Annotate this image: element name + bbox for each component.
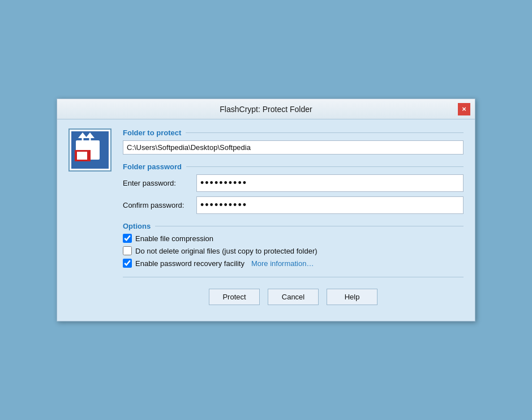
main-window: FlashCrypt: Protect Folder × <box>57 98 475 322</box>
enter-password-label: Enter password: <box>123 179 196 187</box>
section-divider <box>186 132 464 133</box>
logo-svg <box>70 130 110 170</box>
confirm-password-label: Confirm password: <box>123 201 196 209</box>
password-section-header: Folder password <box>123 162 464 171</box>
button-row: Protect Cancel Help <box>123 284 464 310</box>
section-divider <box>186 166 464 167</box>
enter-password-row: Enter password: <box>123 174 464 192</box>
no-delete-label: Do not delete original files (just copy … <box>135 247 318 255</box>
recovery-row: Enable password recovery facility More i… <box>123 259 464 268</box>
app-logo <box>68 128 111 172</box>
folder-section-header: Folder to protect <box>123 128 464 137</box>
cancel-button[interactable]: Cancel <box>268 289 319 305</box>
logo-area <box>68 128 114 310</box>
no-delete-row: Do not delete original files (just copy … <box>123 246 464 255</box>
window-title: FlashCrypt: Protect Folder <box>74 105 458 114</box>
form-area: Folder to protect Folder password Enter … <box>123 128 464 310</box>
enter-password-input[interactable] <box>196 174 464 192</box>
compression-row: Enable file compression <box>123 234 464 243</box>
compression-label: Enable file compression <box>135 234 213 243</box>
recovery-label: Enable password recovery facility <box>135 259 244 268</box>
help-button[interactable]: Help <box>327 289 377 305</box>
confirm-password-input[interactable] <box>196 196 464 214</box>
more-info-link[interactable]: More information… <box>251 259 314 268</box>
close-button[interactable]: × <box>458 103 470 115</box>
content-area: Folder to protect Folder password Enter … <box>57 119 475 321</box>
svg-rect-4 <box>77 152 87 160</box>
no-delete-checkbox[interactable] <box>123 246 132 255</box>
options-section: Enable file compression Do not delete or… <box>123 234 464 268</box>
section-divider <box>155 226 464 226</box>
confirm-password-row: Confirm password: <box>123 196 464 214</box>
folder-path-input[interactable] <box>123 140 464 155</box>
password-fields: Enter password: Confirm password: <box>123 174 464 214</box>
compression-checkbox[interactable] <box>123 234 132 243</box>
recovery-checkbox[interactable] <box>123 259 132 268</box>
protect-button[interactable]: Protect <box>209 289 260 305</box>
options-section-header: Options <box>123 222 464 230</box>
button-separator <box>123 277 464 277</box>
title-bar: FlashCrypt: Protect Folder × <box>57 99 475 119</box>
